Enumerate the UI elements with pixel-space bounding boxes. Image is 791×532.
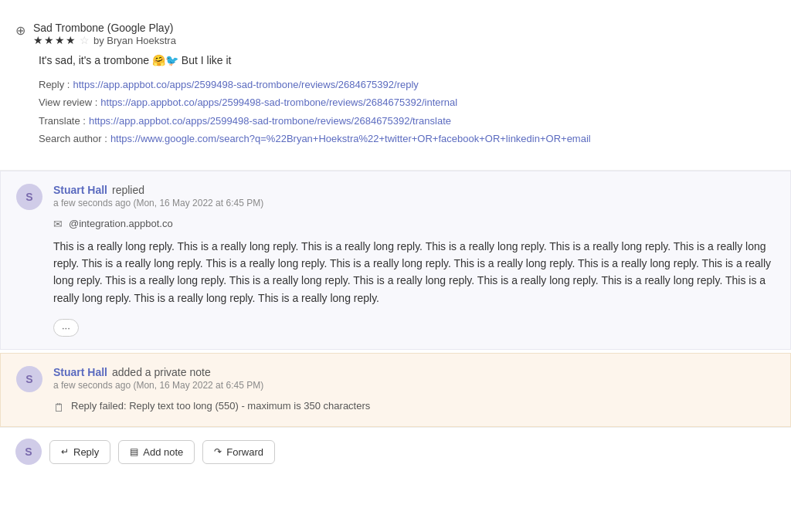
- review-text: It's sad, it's a trombone 🤗🐦 But I like …: [39, 54, 776, 66]
- view-link-row: View review : https://app.appbot.co/apps…: [39, 93, 776, 111]
- forward-button-label: Forward: [226, 446, 263, 458]
- review-stars: ★★★★☆ by Bryan Hoekstra: [33, 34, 176, 46]
- reply-author: Stuart Hall: [53, 184, 107, 196]
- search-link[interactable]: https://www.google.com/search?q=%22Bryan…: [110, 130, 591, 147]
- search-link-row: Search author : https://www.google.com/s…: [39, 130, 776, 147]
- search-link-label: Search author :: [39, 130, 107, 147]
- note-header: Stuart Hall added a private note: [53, 366, 775, 378]
- note-content: Stuart Hall added a private note a few s…: [53, 366, 775, 414]
- review-section: ⊕ Sad Trombone (Google Play) ★★★★☆ by Br…: [0, 12, 791, 171]
- private-note-inner: S Stuart Hall added a private note a few…: [16, 366, 775, 414]
- note-error-text: Reply failed: Reply text too long (550) …: [71, 400, 370, 412]
- reply-section: S Stuart Hall replied a few seconds ago …: [0, 171, 791, 351]
- review-app-name: Sad Trombone (Google Play): [33, 22, 176, 34]
- note-action: added a private note: [112, 366, 211, 378]
- action-avatar: S: [15, 439, 42, 465]
- view-link[interactable]: https://app.appbot.co/apps/2599498-sad-t…: [100, 93, 457, 111]
- private-note-section: S Stuart Hall added a private note a few…: [0, 353, 791, 427]
- review-body: It's sad, it's a trombone 🤗🐦 But I like …: [15, 54, 776, 148]
- note-icon: ▤: [130, 446, 138, 457]
- reply-avatar: S: [16, 184, 42, 210]
- review-header: ⊕ Sad Trombone (Google Play) ★★★★☆ by Br…: [15, 22, 776, 46]
- email-icon: ✉: [53, 218, 63, 230]
- translate-link-row: Translate : https://app.appbot.co/apps/2…: [39, 112, 776, 130]
- ellipsis-label: ···: [62, 322, 70, 334]
- add-note-button[interactable]: ▤ Add note: [118, 440, 195, 464]
- reply-icon: ↵: [61, 446, 69, 457]
- review-author: by Bryan Hoekstra: [93, 35, 176, 46]
- note-timestamp: a few seconds ago (Mon, 16 May 2022 at 6…: [53, 380, 775, 391]
- stars-empty: ☆: [80, 34, 90, 46]
- review-title-block: Sad Trombone (Google Play) ★★★★☆ by Brya…: [33, 22, 176, 46]
- review-links: Reply : https://app.appbot.co/apps/25994…: [39, 76, 776, 148]
- reply-link[interactable]: https://app.appbot.co/apps/2599498-sad-t…: [73, 76, 418, 93]
- reply-button[interactable]: ↵ Reply: [49, 440, 110, 464]
- add-note-button-label: Add note: [143, 446, 183, 458]
- forward-icon: ↷: [214, 446, 222, 457]
- reply-button-label: Reply: [73, 446, 99, 458]
- translate-link-label: Translate :: [39, 112, 86, 130]
- action-bar: S ↵ Reply ▤ Add note ↷ Forward: [0, 427, 791, 476]
- note-author: Stuart Hall: [53, 366, 107, 378]
- email-address: @integration.appbot.co: [69, 218, 173, 229]
- reply-text: This is a really long reply. This is a r…: [53, 238, 775, 307]
- reply-link-label: Reply :: [39, 76, 70, 93]
- note-error-row: 🗒 Reply failed: Reply text too long (550…: [53, 400, 775, 414]
- translate-link[interactable]: https://app.appbot.co/apps/2599498-sad-t…: [89, 112, 451, 130]
- reply-section-inner: S Stuart Hall replied a few seconds ago …: [16, 184, 775, 337]
- reply-action: replied: [112, 184, 144, 196]
- reply-timestamp: a few seconds ago (Mon, 16 May 2022 at 6…: [53, 198, 775, 208]
- forward-button[interactable]: ↷ Forward: [202, 440, 275, 464]
- email-row: ✉ @integration.appbot.co: [53, 218, 775, 230]
- ellipsis-button[interactable]: ···: [53, 319, 79, 337]
- note-avatar: S: [16, 366, 42, 392]
- reply-content: Stuart Hall replied a few seconds ago (M…: [53, 184, 775, 337]
- stars-filled: ★★★★: [33, 34, 76, 46]
- note-clipboard-icon: 🗒: [53, 401, 65, 414]
- view-link-label: View review :: [39, 93, 97, 111]
- reply-header: Stuart Hall replied: [53, 184, 775, 196]
- globe-icon: ⊕: [15, 23, 25, 38]
- page-container: ⊕ Sad Trombone (Google Play) ★★★★☆ by Br…: [0, 0, 791, 488]
- reply-link-row: Reply : https://app.appbot.co/apps/25994…: [39, 76, 776, 93]
